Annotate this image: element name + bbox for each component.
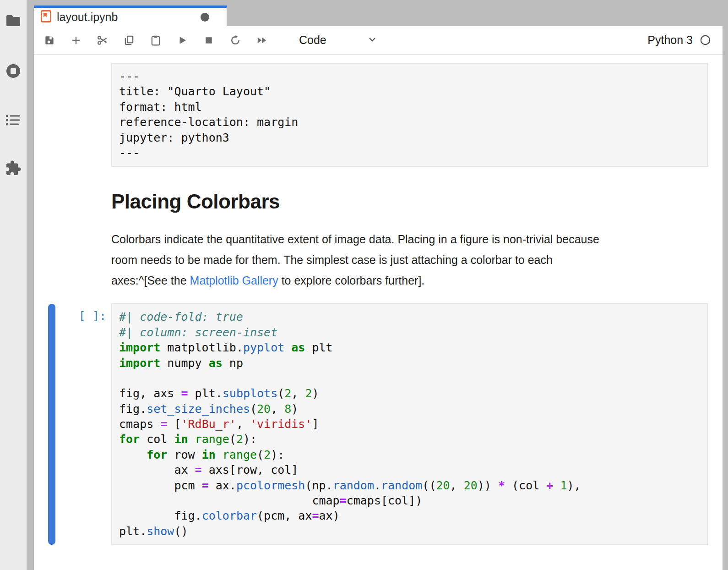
- kernel-status-icon: [700, 35, 711, 45]
- tab-title: layout.ipynb: [57, 11, 118, 24]
- kernel-area: Python 3: [647, 33, 723, 47]
- paragraph-line: axes:^[See the Matplotlib Gallery to exp…: [111, 270, 708, 291]
- sidebar-item-file-browser[interactable]: [0, 8, 27, 33]
- code-cell-source[interactable]: #| code-fold: true#| column: screen-inse…: [111, 303, 708, 545]
- run-cell-button[interactable]: [176, 34, 188, 46]
- paragraph-text: to explore colorbars further].: [278, 274, 425, 287]
- stop-icon: [203, 34, 215, 46]
- matplotlib-gallery-link[interactable]: Matplotlib Gallery: [190, 274, 278, 287]
- chevron-down-icon: [367, 34, 378, 46]
- fast-forward-icon: [256, 34, 268, 46]
- save-icon: [43, 34, 55, 46]
- copy-icon: [123, 34, 135, 46]
- raw-cell: ---title: "Quarto Layout"format: htmlref…: [34, 63, 723, 167]
- execution-prompt: [ ]:: [34, 309, 106, 323]
- page-title: Placing Colorbars: [111, 190, 708, 214]
- active-cell-collapser[interactable]: [48, 304, 55, 545]
- paragraph-line: Colorbars indicate the quantitative exte…: [111, 229, 708, 250]
- run-icon: [176, 34, 188, 46]
- kernel-name[interactable]: Python 3: [647, 33, 693, 47]
- left-activity-bar: [0, 0, 27, 570]
- notebook-panel: layout.ipynb: [34, 0, 723, 570]
- unsaved-changes-indicator[interactable]: [201, 13, 209, 22]
- notebook-icon: [41, 10, 51, 24]
- cell-type-select[interactable]: Code: [299, 33, 378, 47]
- paste-cells-button[interactable]: [150, 34, 162, 46]
- code-cell: [ ]: #| code-fold: true#| column: screen…: [34, 303, 723, 545]
- sidebar-item-extensions[interactable]: [0, 155, 27, 181]
- table-of-contents-icon: [5, 114, 21, 126]
- restart-icon: [229, 34, 241, 46]
- sidebar-item-table-of-contents[interactable]: [0, 107, 27, 133]
- save-button[interactable]: [43, 34, 55, 46]
- markdown-cell[interactable]: Placing Colorbars Colorbars indicate the…: [111, 190, 708, 291]
- running-kernels-icon: [5, 63, 22, 79]
- notebook-tab[interactable]: layout.ipynb: [34, 5, 227, 26]
- cut-cells-button[interactable]: [97, 34, 109, 46]
- notebook-content: ---title: "Quarto Layout"format: htmlref…: [34, 55, 723, 570]
- add-cell-icon: [70, 34, 82, 46]
- insert-cell-button[interactable]: [70, 34, 82, 46]
- tab-bar: layout.ipynb: [34, 0, 723, 26]
- markdown-paragraph: Colorbars indicate the quantitative exte…: [111, 229, 708, 291]
- copy-cells-button[interactable]: [123, 34, 135, 46]
- paragraph-line: room needs to be made for them. The simp…: [111, 250, 708, 270]
- cut-icon: [97, 34, 109, 46]
- restart-kernel-button[interactable]: [229, 34, 241, 46]
- cell-type-value: Code: [299, 33, 326, 47]
- raw-cell-source[interactable]: ---title: "Quarto Layout"format: htmlref…: [111, 63, 708, 167]
- sidebar-item-running-kernels[interactable]: [0, 58, 27, 84]
- interrupt-kernel-button[interactable]: [203, 34, 215, 46]
- paragraph-text: axes:^[See the: [111, 274, 190, 287]
- notebook-toolbar: Code Python 3: [34, 26, 723, 55]
- restart-run-all-button[interactable]: [256, 34, 268, 46]
- extension-manager-puzzle-icon: [5, 160, 22, 176]
- file-browser-folder-icon: [5, 14, 21, 27]
- paste-icon: [150, 34, 162, 46]
